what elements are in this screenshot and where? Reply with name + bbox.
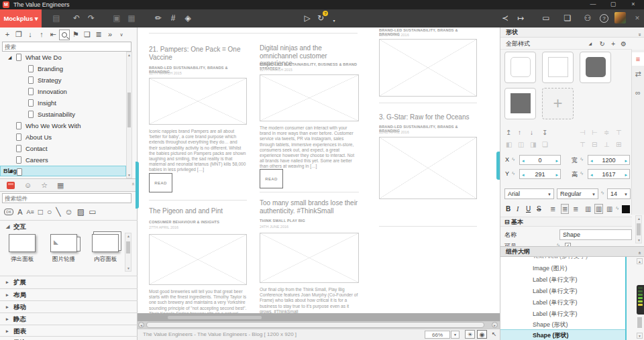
distribute-h-icon[interactable]: ⊤ bbox=[616, 129, 622, 136]
bring-to-front-icon[interactable]: ↥ bbox=[506, 129, 511, 136]
increment-icon[interactable]: ▸ bbox=[555, 172, 558, 178]
bold-button[interactable]: B bbox=[506, 204, 511, 215]
tab-interaction-icon[interactable]: ⇄ bbox=[632, 70, 644, 78]
outline-item[interactable]: Image (图片) bbox=[500, 263, 627, 274]
outline-header[interactable]: 组件大纲 « bbox=[500, 246, 644, 257]
width-stepper[interactable]: ◂ 1200 ▸ bbox=[588, 155, 630, 165]
right-splitter-handle[interactable] bbox=[496, 152, 500, 180]
distribute-right-icon[interactable]: ⊢ bbox=[592, 129, 598, 136]
expand-triangle-icon[interactable]: ◢ bbox=[8, 52, 11, 63]
tree-item-branding[interactable]: Branding bbox=[0, 63, 126, 74]
scroll-up-icon[interactable]: ▲ bbox=[126, 233, 131, 239]
page-search-input[interactable] bbox=[2, 42, 131, 52]
tree-item-blog-selected[interactable]: ◢Blog bbox=[0, 166, 126, 176]
name-input[interactable] bbox=[559, 229, 632, 240]
section-layout[interactable]: ▸布局 bbox=[0, 288, 138, 300]
align-middle-icon[interactable]: ⊟ bbox=[592, 141, 597, 148]
width-lightning-icon[interactable]: ϟ bbox=[580, 156, 583, 162]
flag-icon[interactable]: ⚑ bbox=[70, 29, 81, 40]
outline-item[interactable]: Label (单行文字) bbox=[500, 297, 627, 308]
image-component-icon[interactable]: ▨ bbox=[77, 206, 85, 218]
minimize-button[interactable]: — bbox=[584, 0, 602, 9]
pin-outline-icon[interactable]: « bbox=[634, 251, 644, 254]
section-annotations[interactable]: ▸批注 bbox=[0, 336, 138, 340]
scroll-down-icon[interactable]: ▼ bbox=[127, 172, 131, 178]
align-bottom-icon[interactable]: ⊥ bbox=[604, 141, 610, 148]
style-swatch-white-rounded[interactable] bbox=[504, 52, 536, 83]
window-mode-icon[interactable]: ▭ bbox=[541, 13, 551, 23]
font-lightning-icon[interactable]: ϟ bbox=[601, 190, 604, 196]
image-placeholder[interactable] bbox=[149, 78, 247, 125]
move-up-icon[interactable]: ↑ bbox=[36, 29, 47, 40]
input-component-icon[interactable]: ▭ bbox=[89, 206, 96, 218]
align-text-right-icon[interactable]: ≣ bbox=[573, 204, 578, 215]
scrollbar-thumb[interactable] bbox=[146, 322, 484, 328]
image-placeholder[interactable] bbox=[260, 233, 359, 283]
component-popup-panel[interactable]: 弹出面板 bbox=[7, 233, 38, 272]
distribute-left-icon[interactable]: ⊣ bbox=[580, 129, 586, 136]
send-backward-icon[interactable]: ↓ bbox=[530, 129, 533, 136]
ungroup-icon[interactable]: ▦ bbox=[126, 13, 137, 23]
outline-item[interactable]: Label (单行文字) bbox=[500, 286, 627, 296]
scrollbar-thumb[interactable] bbox=[127, 93, 131, 127]
indent-icon[interactable]: ⇤ bbox=[48, 29, 58, 40]
align-page-icon[interactable]: ⊞ bbox=[616, 141, 621, 148]
tree-item-who-we-work-with[interactable]: Who We Work With bbox=[0, 120, 126, 131]
scroll-down-icon[interactable]: ▼ bbox=[637, 237, 641, 243]
wireframe-article[interactable]: 3. G-Star: Raw for the Oceans BRAND-LED … bbox=[379, 113, 477, 201]
scrollbar-thumb[interactable] bbox=[637, 223, 641, 235]
read-button[interactable]: READ bbox=[260, 169, 283, 188]
tree-item-strategy[interactable]: Strategy bbox=[0, 74, 126, 86]
horizontal-scrollbar[interactable]: ◂ ▸ bbox=[138, 321, 500, 329]
section-static[interactable]: ▸静态 bbox=[0, 313, 138, 325]
rectangle-component-icon[interactable]: □ bbox=[38, 206, 43, 218]
align-text-left-icon[interactable]: ≣ bbox=[550, 204, 555, 215]
toolbar-close-icon[interactable]: ✕ bbox=[632, 13, 643, 23]
preview-play-icon[interactable]: ▷ bbox=[302, 13, 313, 23]
fullscreen-icon[interactable]: ❏ bbox=[562, 13, 573, 23]
tree-item-about-us[interactable]: About Us bbox=[0, 131, 126, 143]
scrollbar-thumb[interactable] bbox=[126, 241, 130, 253]
align-group-icon[interactable]: ❏ bbox=[542, 141, 548, 148]
image-placeholder[interactable] bbox=[379, 39, 477, 97]
tree-item-what-we-do[interactable]: ◢What We Do bbox=[0, 52, 126, 63]
tab-screens-icon[interactable]: ▦ bbox=[57, 179, 64, 191]
section-extensions[interactable]: ▸扩展 bbox=[0, 276, 138, 288]
style-swatch-dark-rounded[interactable] bbox=[580, 52, 611, 83]
add-folder-icon[interactable]: ❐ bbox=[13, 29, 24, 40]
left-splitter-handle[interactable] bbox=[136, 162, 139, 209]
scroll-down-icon[interactable]: ▼ bbox=[637, 333, 643, 339]
user-avatar[interactable] bbox=[614, 12, 626, 23]
style-swatch-white-square[interactable] bbox=[542, 52, 574, 83]
smiley-component-icon[interactable]: ☺ bbox=[65, 206, 73, 218]
vertical-middle-icon[interactable]: ▥ bbox=[594, 204, 603, 214]
close-button[interactable]: × bbox=[624, 0, 643, 9]
add-page-icon[interactable]: + bbox=[2, 29, 13, 40]
style-swatch-dark-square[interactable] bbox=[504, 88, 536, 119]
line-component-icon[interactable]: ╲ bbox=[56, 206, 60, 218]
label-component-icon[interactable]: A bbox=[17, 206, 22, 218]
maximize-button[interactable]: ▢ bbox=[604, 0, 623, 9]
vertical-top-icon[interactable]: ▥ bbox=[585, 204, 591, 215]
outline-item[interactable]: Text Area (多行文字) bbox=[500, 257, 627, 262]
tab-link-icon[interactable]: ∞ bbox=[632, 89, 644, 97]
vertical-bottom-icon[interactable]: ▥ bbox=[606, 204, 612, 215]
collapse-panel-icon[interactable]: « bbox=[634, 33, 644, 36]
group-icon[interactable]: ▣ bbox=[111, 13, 122, 23]
textarea-component-icon[interactable]: A≡ bbox=[27, 206, 34, 218]
grid-icon[interactable]: # bbox=[168, 13, 178, 23]
section-mobile[interactable]: ▸移动 bbox=[0, 300, 138, 313]
properties-scrollbar[interactable]: ▲ ▼ bbox=[635, 215, 642, 243]
italic-button[interactable]: I bbox=[517, 204, 519, 215]
underline-button[interactable]: U bbox=[526, 204, 531, 215]
refresh-styles-icon[interactable]: ↻ bbox=[600, 38, 605, 50]
component-content-panel[interactable]: 内容面板 bbox=[90, 233, 121, 272]
outline-item-selected[interactable]: Shape (形状) bbox=[500, 329, 627, 340]
scroll-right-icon[interactable]: ▸ bbox=[492, 322, 498, 328]
expand-triangle-icon[interactable]: ◢ bbox=[9, 166, 12, 176]
tree-item-sustainability[interactable]: Sustainability bbox=[0, 109, 126, 120]
tab-favorites-icon[interactable]: ☆ bbox=[41, 179, 48, 191]
refresh-dropdown-icon[interactable]: ▾ bbox=[329, 16, 339, 25]
preview-eye-icon[interactable]: ◉ bbox=[477, 330, 487, 339]
component-search-input[interactable] bbox=[2, 193, 131, 203]
